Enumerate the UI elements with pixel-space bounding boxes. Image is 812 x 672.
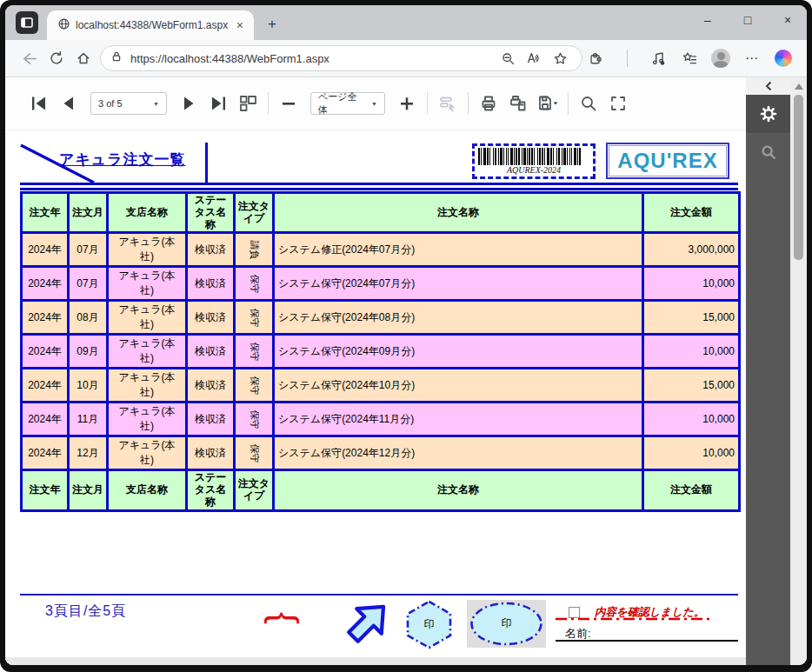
footer-branch: 支店名称 (108, 470, 187, 510)
report-page: アキュラ注文一覧 AQUREX-2024 AQU'REX (5, 130, 746, 665)
gear-icon (760, 105, 777, 123)
report-viewer: 3 of 5▼ ページ全体▼ (5, 77, 746, 665)
zoom-mode-select[interactable]: ページ全体▼ (310, 92, 385, 115)
cell-order-amount: 15,000 (643, 369, 740, 403)
zoom-out-button[interactable] (274, 89, 303, 118)
cell-order-name: システム修正(2024年07月分) (274, 233, 643, 267)
header-order-month: 注文月 (69, 193, 108, 233)
cell-order-amount: 10,000 (643, 267, 740, 301)
tab-title: localhost:44388/WebForm1.aspx (76, 19, 228, 31)
url-text: https://localhost:44388/WebForm1.aspx (130, 52, 495, 65)
cell-order-name: システム保守(2024年09月分) (274, 335, 643, 369)
lock-icon (110, 50, 123, 67)
cell-branch: アキュラ(本社) (108, 267, 187, 301)
copilot-icon[interactable] (770, 50, 796, 67)
table-footer-header: 注文年 注文月 支店名称 ステータス名称 注文タイプ 注文名称 注文金額 (22, 470, 740, 510)
cell-branch: アキュラ(本社) (108, 301, 187, 335)
refresh-button[interactable] (43, 50, 70, 66)
red-dashdot-rule (556, 617, 710, 621)
cell-order-month: 08月 (69, 301, 108, 335)
fullscreen-button[interactable] (603, 89, 633, 118)
previous-page-button[interactable] (54, 89, 83, 118)
collections-icon[interactable] (676, 50, 702, 67)
table-row: 2024年 08月 アキュラ(本社) 検収済 保守 システム保守(2024年08… (22, 301, 740, 335)
export-button[interactable] (533, 89, 562, 118)
print-layout-button[interactable] (503, 89, 533, 118)
scrollbar-thumb[interactable] (794, 95, 803, 260)
header-order-name: 注文名称 (274, 193, 643, 233)
table-row: 2024年 07月 アキュラ(本社) 検収済 請負 システム修正(2024年07… (22, 233, 740, 267)
cell-order-amount: 3,000,000 (643, 233, 740, 267)
footer-order-year: 注文年 (22, 470, 69, 510)
sidebar-settings-button[interactable] (746, 95, 790, 133)
page-number-select[interactable]: 3 of 5▼ (90, 92, 167, 115)
address-bar[interactable]: https://localhost:44388/WebForm1.aspx (100, 45, 582, 71)
cell-order-month: 07月 (69, 233, 108, 267)
header-branch: 支店名称 (108, 193, 187, 233)
last-page-button[interactable] (203, 89, 233, 118)
footer-order-month: 注文月 (69, 470, 108, 510)
toolbar-divider (627, 50, 628, 67)
cell-status: 検収済 (187, 335, 235, 369)
cell-status: 検収済 (187, 436, 235, 470)
maximize-button[interactable]: □ (741, 13, 755, 27)
profile-avatar[interactable] (708, 49, 734, 68)
header-order-amount: 注文金額 (643, 193, 740, 233)
logo-text: AQU'REX (617, 149, 717, 173)
read-aloud-icon[interactable] (521, 50, 547, 66)
print-button[interactable] (474, 89, 503, 118)
cell-order-amount: 15,000 (643, 301, 740, 335)
footer-order-type: 注文タイプ (235, 470, 274, 510)
next-page-button[interactable] (174, 89, 203, 118)
name-underline (556, 640, 738, 642)
window-controls: – □ × (701, 13, 795, 27)
table-body: 2024年 07月 アキュラ(本社) 検収済 請負 システム修正(2024年07… (22, 233, 740, 470)
zoom-out-page-icon[interactable] (495, 51, 521, 66)
cell-order-type: 保守 (235, 436, 274, 470)
company-logo: AQU'REX (606, 143, 729, 179)
cell-order-amount: 10,000 (643, 335, 740, 369)
cell-order-year: 2024年 (22, 233, 69, 267)
first-page-button[interactable] (24, 89, 54, 118)
workspaces-icon[interactable] (16, 11, 38, 34)
cell-status: 検収済 (187, 403, 235, 436)
search-icon (760, 143, 777, 161)
browser-tab[interactable]: localhost:44388/WebForm1.aspx × (47, 10, 254, 40)
table-row: 2024年 10月 アキュラ(本社) 検収済 保守 システム保守(2024年10… (22, 369, 740, 403)
cell-order-month: 11月 (69, 403, 108, 436)
tab-close-icon[interactable]: × (233, 18, 247, 32)
settings-menu-icon[interactable]: ⋯ (739, 50, 765, 66)
page-end-strip (5, 657, 746, 665)
favorites-star-icon[interactable] (547, 51, 573, 66)
cell-order-name: システム保守(2024年12月分) (274, 436, 643, 470)
cell-branch: アキュラ(本社) (108, 369, 187, 403)
cell-order-type: 保守 (235, 369, 274, 403)
cell-order-year: 2024年 (22, 267, 69, 301)
new-tab-button[interactable]: + (264, 16, 280, 33)
search-document-button[interactable] (574, 89, 603, 118)
close-button[interactable]: × (781, 13, 795, 27)
browser-window: localhost:44388/WebForm1.aspx × + – □ × (0, 0, 812, 672)
cell-order-year: 2024年 (22, 369, 69, 403)
scrollbar-up-arrow[interactable] (795, 83, 803, 90)
ellipse-stamp: 印 (467, 600, 546, 648)
minimize-button[interactable]: – (701, 13, 715, 27)
table-row: 2024年 07月 アキュラ(本社) 検収済 保守 システム保守(2024年07… (22, 267, 740, 301)
red-brace-shape: { (259, 600, 309, 636)
sidebar-collapse-button[interactable] (746, 77, 790, 95)
sidebar-search-button[interactable] (746, 133, 790, 171)
back-button[interactable] (16, 50, 43, 67)
cell-order-name: システム保守(2024年07月分) (274, 267, 643, 301)
multipage-view-button[interactable] (233, 89, 263, 118)
cell-status: 検収済 (187, 369, 235, 403)
order-table: 注文年 注文月 支店名称 ステータス名称 注文タイプ 注文名称 注文金額 202… (20, 191, 741, 512)
table-row: 2024年 11月 アキュラ(本社) 検収済 保守 システム保守(2024年11… (22, 403, 740, 436)
vertical-scrollbar (790, 77, 807, 665)
cell-branch: アキュラ(本社) (108, 403, 187, 436)
media-controls-icon[interactable] (645, 50, 671, 66)
zoom-in-button[interactable] (392, 89, 422, 118)
home-button[interactable] (70, 50, 97, 66)
table-header: 注文年 注文月 支店名称 ステータス名称 注文タイプ 注文名称 注文金額 (22, 193, 740, 233)
extensions-icon[interactable] (582, 50, 609, 66)
northeast-arrow-shape (338, 593, 397, 652)
